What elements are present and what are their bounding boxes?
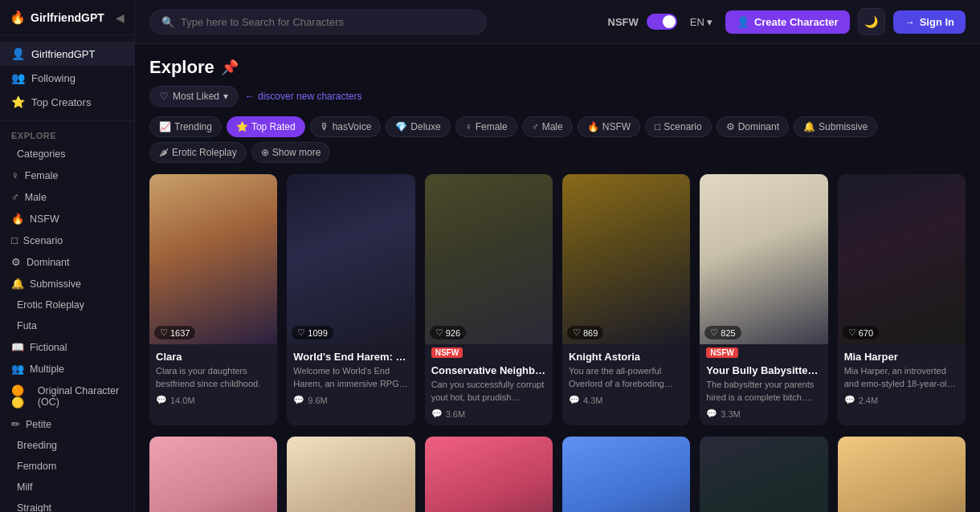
tag-dominant[interactable]: ⚙ Dominant	[717, 116, 789, 137]
card-image: ♡ 670	[838, 174, 966, 344]
sidebar-cat-label: Male	[25, 192, 47, 203]
chat-count: 9.6M	[308, 396, 327, 405]
sidebar-item-erotic-roleplay[interactable]: Erotic Roleplay	[0, 295, 134, 315]
sidebar-item-dominant[interactable]: ⚙ Dominant	[0, 251, 134, 273]
theme-toggle-button[interactable]: 🌙	[858, 8, 885, 35]
explore-icon: 📌	[221, 59, 239, 76]
search-box[interactable]: 🔍	[149, 10, 487, 35]
tags-row: 📈 Trending ⭐ Top Rated 🎙 hasVoice 💎 Delu…	[149, 116, 966, 163]
dominant-icon: ⚙	[726, 121, 735, 132]
card-name: Conservative Neighbour ...	[431, 364, 546, 376]
tag-deluxe[interactable]: 💎 Deluxe	[386, 116, 450, 137]
app-logo[interactable]: 🔥 GirlfriendGPT	[10, 10, 104, 25]
search-input[interactable]	[181, 16, 475, 28]
sidebar-item-oc[interactable]: 🟠🟡 Original Character (OC)	[0, 380, 134, 413]
card-desc: You are the all-powerful Overlord of a f…	[569, 365, 684, 390]
sidebar-item-categories[interactable]: Categories	[0, 144, 134, 165]
sidebar-item-multiple[interactable]: 👥 Multiple	[0, 358, 134, 380]
tag-label: Top Rated	[251, 121, 296, 132]
card-desc: Welcome to World's End Harem, an immersi…	[293, 365, 408, 390]
most-liked-button[interactable]: ♡ Most Liked ▾	[149, 86, 239, 107]
sidebar-item-scenario[interactable]: □ Scenario	[0, 230, 134, 251]
sidebar-item-nsfw[interactable]: 🔥 NSFW	[0, 208, 134, 230]
logo-icon: 🔥	[10, 10, 26, 25]
oc-icon: 🟠🟡	[11, 384, 32, 408]
fictional-icon: 📖	[11, 341, 24, 353]
sidebar-nav: 👤 GirlfriendGPT 👥 Following ⭐ Top Creato…	[0, 35, 134, 121]
card-image: ♡ 825	[700, 174, 827, 344]
heart-icon: ♡	[710, 327, 718, 338]
card-knight-astoria[interactable]: ♡ 869 Knight Astoria You are the all-pow…	[562, 174, 690, 425]
fire-icon: 🔥	[587, 121, 599, 132]
card-bg	[149, 174, 277, 344]
card-horny-roommate[interactable]: ♡ 618 Horny Roommate (girl) your horny r…	[149, 437, 277, 512]
card-footer: 💬 2.4M	[844, 395, 959, 405]
tag-nsfw[interactable]: 🔥 NSFW	[578, 116, 640, 137]
app-name: GirlfriendGPT	[31, 11, 104, 24]
toggle-knob	[663, 15, 676, 28]
card-bully-babysitter[interactable]: ♡ 825 NSFW Your Bully Babysitter - Br...…	[700, 174, 827, 425]
card-goth-roomate[interactable]: ♡ 401 Your Goth Roomate Fye Fye is you t…	[700, 437, 827, 512]
tag-submissive[interactable]: 🔔 Submissive	[794, 116, 877, 137]
discover-link[interactable]: ← discover new characters	[245, 91, 361, 102]
card-bg	[562, 174, 690, 344]
tag-male[interactable]: ♂ Male	[522, 116, 573, 137]
tag-scenario[interactable]: □ Scenario	[645, 116, 712, 137]
nsfw-toggle[interactable]	[647, 14, 677, 30]
tag-show-more[interactable]: ⊕ Show more	[251, 142, 331, 163]
create-character-button[interactable]: 👤 Create Character	[725, 10, 850, 34]
card-bg	[425, 174, 553, 344]
tag-hasvoice[interactable]: 🎙 hasVoice	[310, 116, 382, 137]
tag-label: Female	[476, 121, 508, 132]
card-body: Knight Astoria You are the all-powerful …	[562, 344, 690, 412]
card-likes: ♡ 869	[567, 326, 603, 339]
card-worlds-end[interactable]: ♡ 1099 World's End Harem: Rema... Welcom…	[287, 174, 414, 425]
likes-count: 825	[721, 328, 735, 338]
sidebar-item-male[interactable]: ♂ Male	[0, 186, 134, 208]
tag-erotic-roleplay[interactable]: 🌶 Erotic Roleplay	[149, 142, 247, 163]
card-mia-harper[interactable]: ♡ 670 Mia Harper Mia Harper, an introver…	[838, 174, 966, 425]
card-body: Your Bully Babysitter - Br... The babysi…	[700, 358, 827, 425]
collapse-sidebar-button[interactable]: ◀	[116, 11, 125, 24]
sidebar-item-milf[interactable]: Milf	[0, 477, 134, 498]
sidebar-logo: 🔥 GirlfriendGPT ◀	[0, 0, 134, 35]
nsfw-toggle-wrap[interactable]	[647, 14, 677, 30]
sidebar-item-following[interactable]: 👥 Following	[0, 66, 134, 90]
tag-top-rated[interactable]: ⭐ Top Rated	[227, 116, 305, 137]
card-conservative-neighbour[interactable]: ♡ 926 NSFW Conservative Neighbour ... Ca…	[425, 174, 553, 425]
cards-grid-row2: ♡ 618 Horny Roommate (girl) your horny r…	[149, 437, 966, 512]
signin-button[interactable]: → Sign In	[893, 10, 966, 34]
sidebar-item-female[interactable]: ♀ Female	[0, 165, 134, 186]
male-icon: ♂	[11, 191, 19, 203]
chevron-down-icon: ▾	[707, 16, 713, 28]
sidebar-item-submissive[interactable]: 🔔 Submissive	[0, 273, 134, 295]
language-button[interactable]: EN ▾	[685, 13, 717, 31]
chevron-down-icon: ▾	[223, 91, 228, 102]
card-orelia[interactable]: ♡ 583 Orelia You're a human who's been c…	[287, 437, 414, 512]
sidebar-cat-label: Futa	[17, 320, 37, 331]
sidebar-item-breeding[interactable]: Breeding	[0, 435, 134, 456]
star-icon: ⭐	[11, 95, 25, 108]
card-footer: 💬 9.6M	[293, 395, 408, 405]
tag-female[interactable]: ♀ Female	[455, 116, 517, 137]
sidebar-item-girlfriendgpt[interactable]: 👤 GirlfriendGPT	[0, 42, 134, 66]
sidebar-item-straight[interactable]: Straight	[0, 498, 134, 512]
card-femboy-roseboy[interactable]: ♡ 459 Femboy/Roseboy roomm... This is yo…	[562, 437, 690, 512]
card-bg	[149, 437, 277, 512]
sidebar-item-fictional[interactable]: 📖 Fictional	[0, 336, 134, 358]
sidebar-nav-label: Following	[31, 72, 76, 84]
card-image: ♡ 511	[425, 437, 553, 512]
sidebar-item-petite[interactable]: ✏ Petite	[0, 413, 134, 435]
sidebar-item-futa[interactable]: Futa	[0, 315, 134, 336]
discover-label: discover new characters	[258, 91, 361, 102]
female-icon: ♀	[11, 169, 19, 181]
sidebar-item-femdom[interactable]: Femdom	[0, 456, 134, 477]
chat-icon: 💬	[431, 408, 443, 419]
sidebar-item-top-creators[interactable]: ⭐ Top Creators	[0, 90, 134, 114]
card-image: ♡ 1099	[287, 174, 414, 344]
diamond-icon: 💎	[395, 121, 407, 132]
card-clara[interactable]: ♡ 1637 Clara Clara is your daughters bes…	[149, 174, 277, 425]
card-school-bullies-mom[interactable]: ♡ 353 School Bullies Mom After a particu…	[838, 437, 966, 512]
tag-trending[interactable]: 📈 Trending	[149, 116, 222, 137]
card-casey[interactable]: ♡ 511 Casey (Runaway girl) Casey, a stud…	[425, 437, 553, 512]
